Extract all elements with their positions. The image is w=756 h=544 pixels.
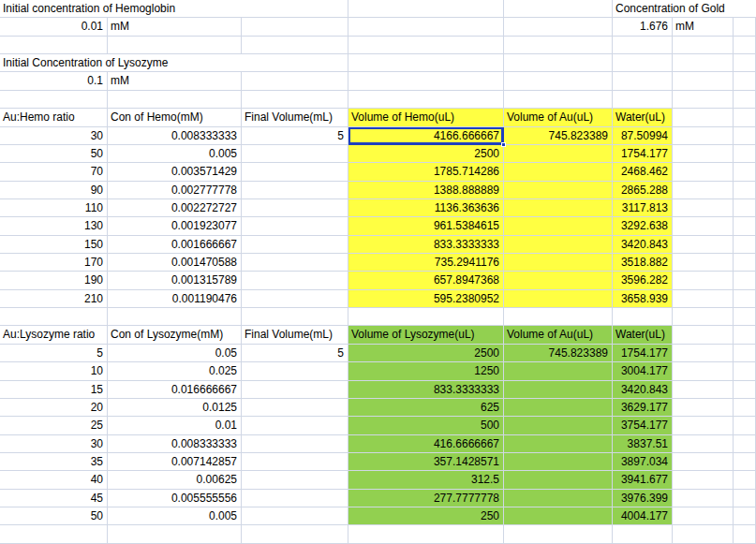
cell-A25[interactable]: 30 bbox=[0, 435, 108, 453]
cell-A12[interactable]: 110 bbox=[0, 199, 108, 217]
cell-H14[interactable] bbox=[734, 236, 756, 254]
cell-H21[interactable] bbox=[734, 362, 756, 380]
cell-H27[interactable] bbox=[734, 471, 756, 489]
hemo-table-header-volume-hemo[interactable]: Volume of Hemo(uL) bbox=[348, 109, 504, 126]
cell-D27[interactable]: 312.5 bbox=[348, 471, 504, 489]
cell-F26[interactable]: 3897.034 bbox=[613, 453, 673, 471]
cell-D16[interactable]: 657.8947368 bbox=[348, 272, 504, 289]
cell-F11[interactable]: 2865.288 bbox=[613, 182, 673, 199]
cell-D11[interactable]: 1388.888889 bbox=[348, 182, 504, 199]
gold-concentration-label[interactable]: Concentration of Gold bbox=[613, 0, 756, 18]
cell-D22[interactable]: 833.3333333 bbox=[348, 381, 504, 399]
cell-C8[interactable]: 5 bbox=[242, 127, 348, 145]
cell-B15[interactable]: 0.001470588 bbox=[108, 254, 242, 272]
cell-A15[interactable]: 170 bbox=[0, 254, 108, 272]
cell-A27[interactable]: 40 bbox=[0, 471, 108, 489]
cell-E30[interactable] bbox=[504, 525, 613, 543]
cell-C26[interactable] bbox=[242, 453, 348, 471]
cell-B11[interactable]: 0.002777778 bbox=[108, 182, 242, 199]
cell-F20[interactable]: 1754.177 bbox=[613, 345, 673, 362]
cell-C20[interactable]: 5 bbox=[242, 345, 348, 362]
cell-B23[interactable]: 0.0125 bbox=[108, 399, 242, 417]
cell-F24[interactable]: 3754.177 bbox=[613, 417, 673, 434]
cell-F27[interactable]: 3941.677 bbox=[613, 471, 673, 489]
cell-G29[interactable] bbox=[673, 507, 734, 525]
cell-B18[interactable] bbox=[108, 308, 242, 326]
cell-A24[interactable]: 25 bbox=[0, 417, 108, 434]
cell-F22[interactable]: 3420.843 bbox=[613, 381, 673, 399]
cell-D1[interactable] bbox=[348, 0, 504, 18]
cell-B24[interactable]: 0.01 bbox=[108, 417, 242, 434]
cell-G4[interactable] bbox=[673, 54, 734, 72]
hemo-table-header-water[interactable]: Water(uL) bbox=[613, 109, 673, 126]
lysozyme-concentration-unit[interactable]: mM bbox=[108, 72, 242, 90]
cell-F14[interactable]: 3420.843 bbox=[613, 236, 673, 254]
hemoglobin-initial-concentration-value[interactable]: 0.01 bbox=[0, 18, 108, 36]
cell-G19[interactable] bbox=[673, 326, 734, 344]
cell-A3[interactable] bbox=[0, 37, 108, 54]
cell-F9[interactable]: 1754.177 bbox=[613, 145, 673, 163]
cell-G22[interactable] bbox=[673, 381, 734, 399]
cell-D3[interactable] bbox=[348, 37, 504, 54]
cell-H11[interactable] bbox=[734, 182, 756, 199]
cell-D26[interactable]: 357.1428571 bbox=[348, 453, 504, 471]
cell-G5[interactable] bbox=[673, 72, 734, 90]
cell-H20[interactable] bbox=[734, 345, 756, 362]
cell-F13[interactable]: 3292.638 bbox=[613, 217, 673, 235]
cell-C4[interactable] bbox=[242, 54, 348, 72]
cell-E5[interactable] bbox=[504, 72, 613, 90]
cell-C5[interactable] bbox=[242, 72, 348, 90]
cell-A6[interactable] bbox=[0, 91, 108, 109]
cell-E6[interactable] bbox=[504, 91, 613, 109]
cell-G21[interactable] bbox=[673, 362, 734, 380]
cell-A20[interactable]: 5 bbox=[0, 345, 108, 362]
cell-G10[interactable] bbox=[673, 163, 734, 181]
cell-B14[interactable]: 0.001666667 bbox=[108, 236, 242, 254]
cell-H18[interactable] bbox=[734, 308, 756, 326]
cell-F3[interactable] bbox=[613, 37, 673, 54]
hemo-table-header-volume-au[interactable]: Volume of Au(uL) bbox=[504, 109, 613, 126]
cell-D4[interactable] bbox=[348, 54, 504, 72]
hemo-table-header-concentration[interactable]: Con of Hemo(mM) bbox=[108, 109, 242, 126]
cell-E22[interactable] bbox=[504, 381, 613, 399]
cell-D20[interactable]: 2500 bbox=[348, 345, 504, 362]
cell-E29[interactable] bbox=[504, 507, 613, 525]
cell-H5[interactable] bbox=[734, 72, 756, 90]
cell-E28[interactable] bbox=[504, 490, 613, 507]
cell-H16[interactable] bbox=[734, 272, 756, 289]
cell-F25[interactable]: 3837.51 bbox=[613, 435, 673, 453]
cell-D6[interactable] bbox=[348, 91, 504, 109]
cell-B30[interactable] bbox=[108, 525, 242, 543]
cell-F12[interactable]: 3117.813 bbox=[613, 199, 673, 217]
cell-C14[interactable] bbox=[242, 236, 348, 254]
cell-H6[interactable] bbox=[734, 91, 756, 109]
cell-D10[interactable]: 1785.714286 bbox=[348, 163, 504, 181]
lysozyme-table-header-water[interactable]: Water(uL) bbox=[613, 326, 673, 344]
cell-F16[interactable]: 3596.282 bbox=[613, 272, 673, 289]
cell-B13[interactable]: 0.001923077 bbox=[108, 217, 242, 235]
cell-C13[interactable] bbox=[242, 217, 348, 235]
cell-G12[interactable] bbox=[673, 199, 734, 217]
lysozyme-table-header-concentration[interactable]: Con of Lysozyme(mM) bbox=[108, 326, 242, 344]
cell-E1[interactable] bbox=[504, 0, 613, 18]
cell-B17[interactable]: 0.001190476 bbox=[108, 290, 242, 308]
cell-G8[interactable] bbox=[673, 127, 734, 145]
cell-G23[interactable] bbox=[673, 399, 734, 417]
cell-H24[interactable] bbox=[734, 417, 756, 434]
cell-H19[interactable] bbox=[734, 326, 756, 344]
cell-C17[interactable] bbox=[242, 290, 348, 308]
cell-E12[interactable] bbox=[504, 199, 613, 217]
cell-G17[interactable] bbox=[673, 290, 734, 308]
cell-G14[interactable] bbox=[673, 236, 734, 254]
cell-B3[interactable] bbox=[108, 37, 242, 54]
cell-A22[interactable]: 15 bbox=[0, 381, 108, 399]
lysozyme-table-header-volume-au[interactable]: Volume of Au(uL) bbox=[504, 326, 613, 344]
cell-E25[interactable] bbox=[504, 435, 613, 453]
gold-concentration-unit[interactable]: mM bbox=[673, 18, 734, 36]
cell-H25[interactable] bbox=[734, 435, 756, 453]
cell-G7[interactable] bbox=[673, 109, 734, 126]
cell-H13[interactable] bbox=[734, 217, 756, 235]
cell-B6[interactable] bbox=[108, 91, 242, 109]
hemo-table-header-ratio[interactable]: Au:Hemo ratio bbox=[0, 109, 108, 126]
cell-H23[interactable] bbox=[734, 399, 756, 417]
